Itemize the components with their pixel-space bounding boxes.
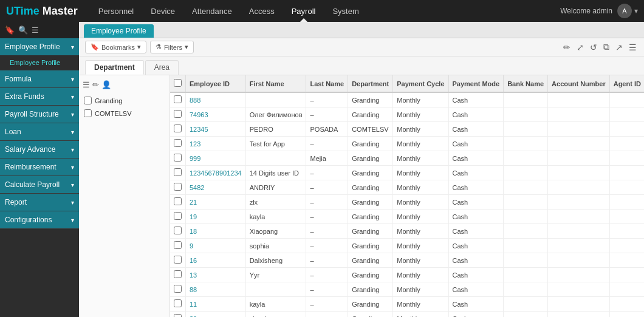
row-checkbox-14[interactable]	[174, 299, 182, 307]
row-first-name: kayla	[245, 210, 306, 224]
row-checkbox-2[interactable]	[174, 124, 182, 132]
row-checkbox-7[interactable]	[174, 197, 182, 205]
dept-checkbox-granding[interactable]	[84, 97, 92, 104]
user-dropdown-icon[interactable]: ▾	[634, 7, 638, 15]
sidebar-section-3[interactable]: Payroll Structure▾	[0, 106, 79, 123]
employee-id-link[interactable]: 21	[190, 199, 197, 206]
employee-id-link[interactable]: 18	[190, 228, 197, 235]
row-checkbox-8[interactable]	[174, 212, 182, 220]
sidebar-section-0[interactable]: Employee Profile▾	[0, 38, 79, 55]
select-all-checkbox[interactable]	[174, 79, 182, 87]
row-checkbox-1[interactable]	[174, 110, 182, 118]
employee-id-link[interactable]: 5482	[190, 184, 204, 191]
bookmark-icon[interactable]: 🔖	[5, 26, 15, 35]
sidebar-search-bar: 🔖 🔍 ☰	[0, 22, 79, 38]
row-checkbox-6[interactable]	[174, 183, 182, 191]
row-first-name: Xiaopang	[245, 224, 306, 239]
row-checkbox-0[interactable]	[174, 95, 182, 103]
row-last-name: –	[306, 239, 348, 253]
row-payment-mode: Cash	[448, 253, 504, 268]
nav-item-system[interactable]: System	[324, 0, 367, 22]
copy-icon[interactable]: ⧉	[602, 41, 611, 53]
employee-id-link[interactable]: 11	[190, 301, 197, 308]
sub-tab-area[interactable]: Area	[145, 60, 179, 75]
sidebar-section-arrow: ▾	[71, 217, 74, 223]
row-checkbox-cell	[170, 137, 186, 151]
row-account-number	[548, 151, 610, 166]
edit-dept-icon[interactable]: ✏	[92, 80, 99, 89]
search-icon[interactable]: 🔍	[18, 26, 28, 35]
row-checkbox-9[interactable]	[174, 227, 182, 234]
sidebar-section-9[interactable]: Configurations▾	[0, 211, 79, 228]
sidebar-section-label: Formula	[5, 75, 32, 83]
row-agent-id	[609, 297, 644, 312]
sidebar-section-6[interactable]: Reimbursement▾	[0, 158, 79, 176]
expand-icon[interactable]: ⤢	[575, 41, 585, 53]
filters-button[interactable]: ⚗ Filters ▾	[150, 41, 194, 53]
user-avatar[interactable]: A	[617, 4, 632, 18]
employee-id-link[interactable]: 74963	[190, 111, 208, 118]
row-first-name: 14 Digits user ID	[245, 166, 306, 180]
row-last-name: –	[306, 253, 348, 268]
row-checkbox-4[interactable]	[174, 154, 182, 162]
list-icon[interactable]: ☰	[83, 80, 90, 89]
tab-employee-profile[interactable]: Employee Profile	[84, 24, 154, 38]
row-bank-name	[504, 253, 548, 268]
sidebar-section-1[interactable]: Formula▾	[0, 70, 79, 87]
employee-id-link[interactable]: 888	[190, 97, 200, 104]
employee-id-link[interactable]: 12345678901234	[190, 169, 242, 177]
row-checkbox-5[interactable]	[174, 168, 182, 176]
employee-id-link[interactable]: 999	[190, 155, 200, 162]
row-payment-mode: Cash	[448, 210, 504, 224]
employee-id-link[interactable]: 30	[190, 315, 197, 318]
bookmarks-button[interactable]: 🔖 Bookmarks ▾	[85, 41, 146, 53]
sidebar-section-label: Employee Profile	[5, 43, 60, 51]
sidebar-section-8[interactable]: Report▾	[0, 194, 79, 211]
edit-icon[interactable]: ✏	[562, 41, 572, 53]
add-dept-icon[interactable]: 👤	[101, 80, 111, 89]
row-checkbox-13[interactable]	[174, 285, 182, 293]
menu-icon[interactable]: ☰	[32, 26, 39, 35]
nav-item-device[interactable]: Device	[142, 0, 183, 22]
nav-item-personnel[interactable]: Personnel	[90, 0, 143, 22]
employee-id-link[interactable]: 12345	[190, 126, 208, 133]
employee-id-link[interactable]: 19	[190, 213, 197, 220]
dept-checkbox-comtelsv[interactable]	[84, 109, 92, 117]
row-checkbox-3[interactable]	[174, 139, 182, 147]
row-checkbox-12[interactable]	[174, 270, 182, 278]
row-checkbox-cell	[170, 195, 186, 210]
row-employee-id: 9	[186, 239, 246, 253]
row-payment-mode: Cash	[448, 268, 504, 282]
table-row: 888 – Granding Monthly Cash ✎	[170, 92, 644, 107]
employee-id-link[interactable]: 88	[190, 286, 197, 293]
content-area: ☰ ✏ 👤 Granding COMTELSV	[79, 75, 644, 317]
row-checkbox-10[interactable]	[174, 241, 182, 249]
sidebar-section-5[interactable]: Salary Advance▾	[0, 141, 79, 158]
more-icon[interactable]: ☰	[628, 41, 638, 53]
nav-item-access[interactable]: Access	[241, 0, 283, 22]
dept-item-granding[interactable]: Granding	[83, 94, 166, 107]
table-area: Employee ID First Name Last Name Departm…	[170, 75, 644, 317]
nav-item-payroll[interactable]: Payroll	[283, 0, 324, 22]
employee-id-link[interactable]: 13	[190, 271, 197, 279]
row-checkbox-15[interactable]	[174, 314, 182, 317]
sub-tabs: Department Area	[79, 56, 644, 75]
nav-item-attendance[interactable]: Attendance	[183, 0, 241, 22]
employee-id-link[interactable]: 123	[190, 140, 200, 148]
employee-id-link[interactable]: 16	[190, 257, 197, 264]
sidebar-section-arrow: ▾	[71, 146, 74, 153]
dept-item-comtelsv[interactable]: COMTELSV	[83, 107, 166, 120]
sidebar-item-employee-profile[interactable]: Employee Profile	[0, 55, 79, 70]
refresh-icon[interactable]: ↺	[589, 41, 598, 53]
row-payment-cycle: Monthly	[393, 122, 448, 137]
employee-id-link[interactable]: 9	[190, 242, 193, 250]
sidebar-section-4[interactable]: Loan▾	[0, 123, 79, 140]
sidebar-section-label: Report	[5, 198, 27, 206]
share-icon[interactable]: ↗	[614, 41, 624, 53]
row-checkbox-11[interactable]	[174, 256, 182, 264]
sub-tab-department[interactable]: Department	[85, 60, 144, 75]
sidebar-section-2[interactable]: Extra Funds▾	[0, 88, 79, 105]
col-agent-id: Agent ID	[609, 75, 644, 92]
nav-items: PersonnelDeviceAttendanceAccessPayrollSy…	[90, 0, 560, 22]
sidebar-section-7[interactable]: Calculate Payroll▾	[0, 176, 79, 193]
